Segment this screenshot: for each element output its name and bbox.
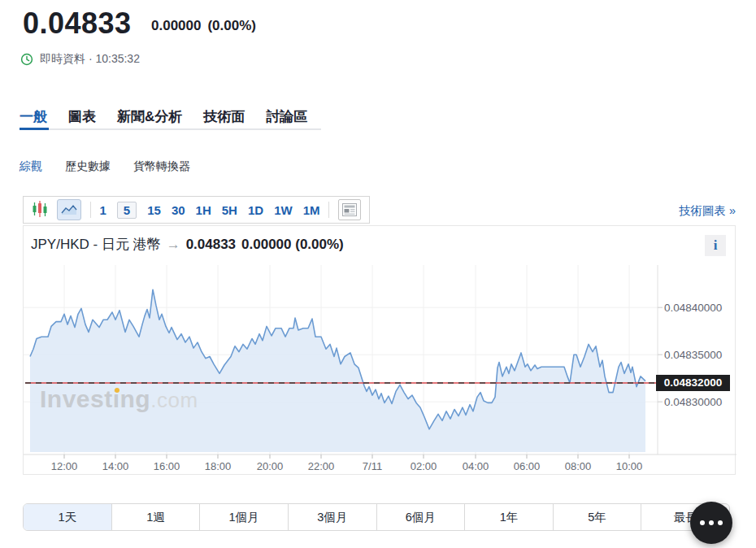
range-6m[interactable]: 6個月 [376, 504, 465, 530]
subtab-overview[interactable]: 綜觀 [20, 159, 42, 174]
tab-comments[interactable]: 討論區 [266, 107, 307, 126]
watermark-word: Investing [40, 385, 150, 412]
y-tick-label: 0.04835000 [664, 349, 722, 361]
ellipsis-icon [718, 520, 723, 525]
x-axis-labels: 12:0014:0016:0018:0020:0022:007/1102:000… [24, 460, 658, 473]
range-1d[interactable]: 1天 [24, 504, 111, 530]
chart-last-price: 0.04833 [186, 237, 236, 253]
interval-1M[interactable]: 1M [303, 203, 320, 217]
x-tick-label: 02:00 [411, 460, 437, 472]
x-tick-label: 18:00 [205, 460, 232, 472]
x-tick-label: 14:00 [102, 460, 129, 472]
x-tick-label: 08:00 [565, 460, 592, 472]
watermark-dot [115, 388, 119, 393]
tab-news-analysis[interactable]: 新聞&分析 [117, 107, 182, 126]
more-options-fab[interactable] [690, 502, 732, 544]
subtab-currency-converter[interactable]: 貨幣轉換器 [133, 159, 190, 174]
interval-group: 1515301H5H1D1W1M [100, 202, 320, 219]
active-tab-indicator [20, 128, 49, 130]
y-tick-label: 0.04840000 [664, 302, 722, 314]
area-chart-icon[interactable] [57, 199, 81, 220]
technical-chart-link[interactable]: 技術圖表 » [679, 203, 736, 219]
interval-1W[interactable]: 1W [274, 203, 293, 217]
interval-15[interactable]: 15 [147, 203, 161, 217]
tab-general[interactable]: 一般 [20, 107, 47, 126]
sub-tabs: 綜觀歷史數據貨幣轉換器 [20, 159, 190, 174]
x-tick-label: 10:00 [616, 460, 643, 472]
range-1y[interactable]: 1年 [464, 504, 553, 530]
x-tick-label: 7/11 [363, 460, 382, 472]
arrow-right-icon: → [167, 237, 180, 253]
current-price-tag: 0.04832000 [656, 375, 730, 391]
range-3m[interactable]: 3個月 [288, 504, 376, 530]
chart-widget: JPY/HKD - 日元 港幣 → 0.04833 0.00000 (0.00%… [23, 225, 736, 475]
subtab-historical-data[interactable]: 歷史數據 [65, 159, 111, 174]
candlestick-chart-icon[interactable] [32, 200, 48, 220]
interval-1H[interactable]: 1H [196, 203, 211, 217]
time-range-selector: 1天1週1個月3個月6個月1年5年最長 [23, 503, 730, 531]
x-tick-label: 06:00 [514, 460, 541, 472]
watermark-suffix: .com [150, 388, 198, 412]
x-tick-label: 16:00 [154, 460, 180, 472]
tab-chart[interactable]: 圖表 [68, 107, 96, 126]
investing-watermark: Investing.com [40, 385, 198, 413]
interval-5H[interactable]: 5H [222, 203, 237, 217]
change-percent: (0.00%) [207, 18, 256, 33]
toolbar-divider [328, 202, 329, 218]
last-price: 0.04833 [23, 7, 132, 41]
interval-1D[interactable]: 1D [248, 203, 263, 217]
x-tick-label: 04:00 [463, 460, 489, 472]
chart-change: 0.00000 (0.00%) [241, 237, 344, 253]
toolbar-divider [90, 202, 91, 218]
main-tabs: 一般圖表新聞&分析技術面討論區 [20, 107, 307, 126]
range-5y[interactable]: 5年 [553, 504, 641, 530]
range-1w[interactable]: 1週 [111, 504, 200, 530]
tab-technical[interactable]: 技術面 [203, 107, 245, 126]
tabs-divider [20, 128, 321, 130]
status-text: 即時資料 · 10:35:32 [40, 52, 140, 67]
ellipsis-icon [709, 520, 714, 525]
price-chart-canvas[interactable] [24, 265, 736, 460]
ellipsis-icon [700, 520, 705, 525]
chart-title-row: JPY/HKD - 日元 港幣 → 0.04833 0.00000 (0.00%… [31, 235, 344, 254]
clock-icon [20, 53, 33, 66]
interval-30[interactable]: 30 [172, 203, 185, 217]
chart-pair-title: JPY/HKD - 日元 港幣 [31, 235, 161, 254]
interval-1[interactable]: 1 [100, 203, 106, 217]
news-layout-icon[interactable] [338, 199, 361, 220]
x-tick-label: 22:00 [308, 460, 335, 472]
change-value: 0.00000 [151, 18, 201, 33]
range-1m[interactable]: 1個月 [199, 504, 288, 530]
chart-toolbar: 1515301H5H1D1W1M [23, 196, 370, 224]
x-tick-label: 12:00 [51, 460, 78, 472]
realtime-status: 即時資料 · 10:35:32 [20, 52, 140, 67]
interval-5[interactable]: 5 [117, 202, 137, 219]
info-icon[interactable]: i [705, 235, 726, 256]
price-change: 0.00000(0.00%) [151, 18, 263, 34]
x-tick-label: 20:00 [257, 460, 284, 472]
forex-quote-page: 0.04833 0.00000(0.00%) 即時資料 · 10:35:32 一… [0, 0, 756, 548]
y-tick-label: 0.04830000 [664, 396, 722, 408]
